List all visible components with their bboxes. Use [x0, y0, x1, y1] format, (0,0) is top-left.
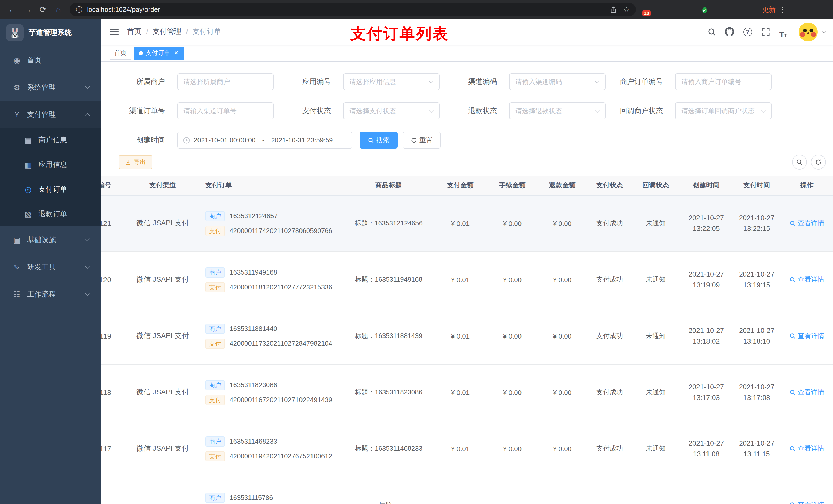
- pay-status: 支付成功: [596, 275, 623, 283]
- filter-field[interactable]: [675, 102, 771, 119]
- created-time: 2021-10-2713:22:05: [679, 213, 733, 234]
- workflow-icon: ☷: [11, 290, 23, 299]
- toggle-search-button[interactable]: [792, 155, 807, 170]
- filter-merchant-order-no-input[interactable]: [676, 78, 771, 86]
- merchant-order-no: 1635311949168: [230, 268, 277, 276]
- search-icon: [789, 277, 795, 283]
- search-button[interactable]: 搜索: [360, 131, 398, 148]
- tab-首页[interactable]: 首页: [110, 46, 131, 60]
- view-details-link[interactable]: 查看详情: [789, 219, 824, 228]
- filter-callback-status-input[interactable]: [676, 107, 771, 115]
- refund-amount: ¥ 0.00: [553, 445, 571, 453]
- font-size-icon[interactable]: TT: [777, 25, 790, 39]
- fullscreen-icon[interactable]: [759, 25, 772, 39]
- breadcrumb-item[interactable]: 支付管理: [153, 27, 181, 37]
- chevron-icon: [85, 113, 90, 118]
- column-header-3: 支付订单: [198, 176, 344, 195]
- table-row[interactable]: 118 微信 JSAPI 支付 商户 1635311823086 支付 4200…: [101, 364, 833, 421]
- date-range-picker[interactable]: 2021-10-01 00:00:00 - 2021-10-31 23:59:5…: [177, 131, 353, 148]
- github-icon[interactable]: [723, 25, 736, 39]
- forward-icon[interactable]: →: [21, 5, 35, 14]
- extension-colordots-icon[interactable]: 10: [645, 5, 654, 14]
- filter-pay-status-input[interactable]: [344, 107, 439, 115]
- notify-status: 未通知: [646, 275, 666, 283]
- table-row[interactable]: 121 微信 JSAPI 支付 商户 1635312124657 支付 4200…: [101, 195, 833, 251]
- filter-field[interactable]: [509, 102, 605, 119]
- table-row[interactable]: 119 微信 JSAPI 支付 商户 1635311881440 支付 4200…: [101, 308, 833, 364]
- search-icon: [789, 389, 795, 395]
- filter-field[interactable]: [343, 73, 439, 90]
- column-header-11: 支付时间: [733, 176, 780, 195]
- breadcrumb-item[interactable]: 首页: [127, 27, 141, 37]
- avatar[interactable]: [799, 22, 818, 41]
- sidebar-item-refund-order[interactable]: ▧ 退款订单: [0, 202, 101, 226]
- filter-channel-code-input[interactable]: [510, 78, 605, 86]
- merchant-tag: 商户: [206, 211, 225, 221]
- filter-field[interactable]: [675, 73, 771, 90]
- reset-button[interactable]: 重置: [403, 131, 441, 148]
- sidebar-item-label: 支付管理: [27, 110, 56, 119]
- filter-field[interactable]: [177, 102, 273, 119]
- extension-pin-icon[interactable]: [731, 5, 740, 14]
- filter-channel-order-no-input[interactable]: [178, 107, 273, 115]
- view-details-link[interactable]: 查看详情: [789, 388, 824, 397]
- extension-face-icon[interactable]: [745, 5, 754, 14]
- sidebar-item-pay-order[interactable]: ◎ 支付订单: [0, 177, 101, 202]
- sidebar-item-devtools[interactable]: ✎ 研发工具: [0, 254, 101, 281]
- view-details-link[interactable]: 查看详情: [789, 331, 824, 341]
- tab-支付订单[interactable]: 支付订单 ×: [134, 46, 185, 60]
- sidebar-item-app-info[interactable]: ▦ 应用信息: [0, 153, 101, 177]
- bookmark-star-icon[interactable]: ☆: [623, 5, 629, 14]
- share-icon[interactable]: [610, 6, 617, 13]
- extension-globe-icon[interactable]: [674, 5, 682, 14]
- extension-check-icon[interactable]: ✓: [703, 5, 711, 14]
- site-info-icon[interactable]: ⓘ: [76, 5, 82, 14]
- search-icon[interactable]: [705, 25, 718, 39]
- goods-title: 标题：: [379, 501, 399, 504]
- filter-merchant-input[interactable]: [178, 78, 273, 86]
- browser-menu-icon[interactable]: ⋮: [777, 5, 788, 14]
- back-icon[interactable]: ←: [5, 5, 20, 14]
- hamburger-icon[interactable]: [110, 28, 119, 35]
- extension-chat-icon[interactable]: [717, 5, 725, 14]
- sidebar-item-merchant-info[interactable]: ▤ 商户信息: [0, 128, 101, 153]
- browser-update-button[interactable]: 更新: [762, 5, 776, 14]
- view-details-link[interactable]: 查看详情: [789, 500, 824, 504]
- monitor-icon: ▣: [11, 235, 23, 245]
- sidebar-item-home[interactable]: ◉ 首页: [0, 47, 101, 74]
- export-button[interactable]: 导出: [119, 155, 152, 169]
- sidebar-item-infrastructure[interactable]: ▣ 基础设施: [0, 226, 101, 254]
- help-icon[interactable]: ?: [741, 25, 754, 39]
- merchant-order-no: 1635311468233: [230, 437, 277, 445]
- extension-circle-icon[interactable]: [688, 5, 697, 14]
- filter-field[interactable]: [177, 73, 273, 90]
- refresh-table-button[interactable]: [811, 155, 826, 170]
- chevron-down-icon[interactable]: [822, 28, 827, 33]
- filter-field[interactable]: [509, 73, 605, 90]
- paid-time: [733, 500, 780, 504]
- table-row[interactable]: 商户 163531115786 支付 标题： 查看详情: [101, 477, 833, 504]
- extension-drop-icon[interactable]: [659, 5, 668, 14]
- sidebar-item-workflow[interactable]: ☷ 工作流程: [0, 281, 101, 308]
- reload-icon[interactable]: ⟳: [36, 5, 50, 14]
- chevron-icon: [85, 264, 90, 269]
- sidebar-item-system[interactable]: ⚙ 系统管理: [0, 74, 101, 101]
- date-filter-label: 创建时间: [108, 136, 171, 145]
- home-icon[interactable]: ⌂: [51, 5, 66, 14]
- filter-field[interactable]: [343, 102, 439, 119]
- sidebar-item-label: 商户信息: [39, 136, 67, 145]
- sidebar-item-pay[interactable]: ¥ 支付管理: [0, 101, 101, 128]
- filter-app-no-input[interactable]: [344, 78, 439, 86]
- sidebar: 🐰 芋道管理系统 ◉ 首页 ⚙ 系统管理 ¥ 支付管理 ▤ 商户信息 ▦ 应用信…: [0, 19, 101, 504]
- view-details-link[interactable]: 查看详情: [789, 275, 824, 284]
- close-icon[interactable]: ×: [173, 49, 180, 56]
- extension-badge: 10: [642, 10, 651, 16]
- sidebar-item-label: 支付订单: [39, 185, 67, 194]
- address-bar[interactable]: ⓘ localhost:1024/pay/order ☆: [70, 3, 636, 16]
- channel-order-no: 4200001173202110272847982104: [230, 340, 332, 347]
- table-row[interactable]: 120 微信 JSAPI 支付 商户 1635311949168 支付 4200…: [101, 251, 833, 308]
- order-id: 119: [101, 332, 111, 340]
- view-details-link[interactable]: 查看详情: [789, 444, 824, 453]
- table-row[interactable]: 117 微信 JSAPI 支付 商户 1635311468233 支付 4200…: [101, 421, 833, 477]
- filter-refund-status-input[interactable]: [510, 107, 605, 115]
